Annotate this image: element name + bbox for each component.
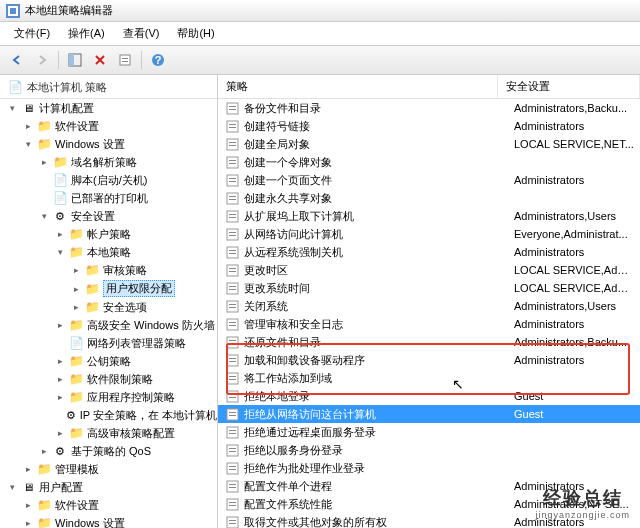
policy-row[interactable]: 拒绝以服务身份登录 <box>218 441 640 459</box>
tree-node[interactable]: ▸高级安全 Windows 防火墙 <box>0 316 217 334</box>
policy-row[interactable]: 更改时区LOCAL SERVICE,Admi... <box>218 261 640 279</box>
policy-row[interactable]: 从远程系统强制关机Administrators <box>218 243 640 261</box>
expand-icon[interactable]: ▸ <box>54 355 67 368</box>
collapse-icon[interactable]: ▾ <box>54 246 67 259</box>
policy-row[interactable]: 更改系统时间LOCAL SERVICE,Admi... <box>218 279 640 297</box>
tree-node[interactable]: ▾计算机配置 <box>0 99 217 117</box>
tree-pane[interactable]: 本地计算机 策略 ▾计算机配置▸软件设置▾Windows 设置▸域名解析策略脚本… <box>0 75 218 528</box>
tree-node[interactable]: ▾Windows 设置 <box>0 135 217 153</box>
policy-row[interactable]: 关闭系统Administrators,Users <box>218 297 640 315</box>
tree-node[interactable]: ▸域名解析策略 <box>0 153 217 171</box>
tree-node[interactable]: ▸Windows 设置 <box>0 514 217 528</box>
forward-button[interactable] <box>31 49 53 71</box>
expand-icon[interactable]: ▸ <box>54 373 67 386</box>
menu-file[interactable]: 文件(F) <box>6 24 58 43</box>
col-policy[interactable]: 策略 <box>218 75 498 98</box>
policy-row[interactable]: 加载和卸载设备驱动程序Administrators <box>218 351 640 369</box>
tree-node[interactable]: ▸基于策略的 QoS <box>0 442 217 460</box>
expand-icon[interactable]: ▸ <box>54 228 67 241</box>
tree-node[interactable]: 网络列表管理器策略 <box>0 334 217 352</box>
expand-icon[interactable]: ▸ <box>22 463 35 476</box>
collapse-icon[interactable]: ▾ <box>6 102 19 115</box>
collapse-icon[interactable]: ▾ <box>6 481 19 494</box>
expand-icon[interactable]: ▸ <box>54 319 67 332</box>
svg-rect-74 <box>229 484 236 485</box>
tree-node[interactable]: ▸审核策略 <box>0 261 217 279</box>
tree-node[interactable]: ▸软件限制策略 <box>0 370 217 388</box>
folder-icon <box>68 226 84 242</box>
security-setting: Administrators <box>514 516 640 528</box>
svg-rect-38 <box>229 268 236 269</box>
svg-rect-53 <box>229 358 236 359</box>
policy-row[interactable]: 创建永久共享对象 <box>218 189 640 207</box>
expand-icon[interactable]: ▸ <box>54 391 67 404</box>
tree-node[interactable]: ▸软件设置 <box>0 117 217 135</box>
policy-row[interactable]: 还原文件和目录Administrators,Backu... <box>218 333 640 351</box>
tree-node[interactable]: ▸高级审核策略配置 <box>0 424 217 442</box>
tree-label: 应用程序控制策略 <box>87 390 175 405</box>
policy-row[interactable]: 管理审核和安全日志Administrators <box>218 315 640 333</box>
tree-node[interactable]: 脚本(启动/关机) <box>0 171 217 189</box>
policy-row[interactable]: 创建一个页面文件Administrators <box>218 171 640 189</box>
tree-node[interactable]: ▸管理模板 <box>0 460 217 478</box>
svg-rect-12 <box>229 109 236 110</box>
title-bar: 本地组策略编辑器 <box>0 0 640 22</box>
menu-view[interactable]: 查看(V) <box>115 24 168 43</box>
policy-row[interactable]: 拒绝本地登录Guest <box>218 387 640 405</box>
tree-label: Windows 设置 <box>55 137 125 152</box>
expand-icon[interactable]: ▸ <box>70 301 83 314</box>
policy-row[interactable]: 取得文件或其他对象的所有权Administrators <box>218 513 640 528</box>
settings-icon <box>52 208 68 224</box>
policy-row[interactable]: 创建一个令牌对象 <box>218 153 640 171</box>
delete-button[interactable] <box>89 49 111 71</box>
svg-rect-55 <box>227 373 238 384</box>
policy-row[interactable]: 拒绝从网络访问这台计算机Guest <box>218 405 640 423</box>
collapse-icon[interactable]: ▾ <box>38 210 51 223</box>
policy-row[interactable]: 从网络访问此计算机Everyone,Administrat... <box>218 225 640 243</box>
expand-icon[interactable]: ▸ <box>54 427 67 440</box>
back-button[interactable] <box>6 49 28 71</box>
policy-row[interactable]: 配置文件系统性能Administrators,NT SE... <box>218 495 640 513</box>
policy-name: 拒绝以服务身份登录 <box>244 443 514 458</box>
svg-rect-36 <box>229 253 236 254</box>
policy-row[interactable]: 从扩展坞上取下计算机Administrators,Users <box>218 207 640 225</box>
tree-node[interactable]: 已部署的打印机 <box>0 189 217 207</box>
policy-row[interactable]: 拒绝作为批处理作业登录 <box>218 459 640 477</box>
tree-node[interactable]: ▸软件设置 <box>0 496 217 514</box>
policy-row[interactable]: 备份文件和目录Administrators,Backu... <box>218 99 640 117</box>
policy-row[interactable]: 将工作站添加到域 <box>218 369 640 387</box>
col-security[interactable]: 安全设置 <box>498 75 640 98</box>
collapse-icon[interactable]: ▾ <box>22 138 35 151</box>
help-button[interactable]: ? <box>147 49 169 71</box>
expand-icon[interactable]: ▸ <box>70 264 83 277</box>
expand-icon[interactable]: ▸ <box>38 445 51 458</box>
svg-rect-29 <box>229 214 236 215</box>
menu-help[interactable]: 帮助(H) <box>169 24 222 43</box>
list-pane[interactable]: 策略 安全设置 备份文件和目录Administrators,Backu...创建… <box>218 75 640 528</box>
tree-node[interactable]: ▾安全设置 <box>0 207 217 225</box>
tree-node[interactable]: IP 安全策略，在 本地计算机 <box>0 406 217 424</box>
tree-node[interactable]: ▸安全选项 <box>0 298 217 316</box>
show-hide-button[interactable] <box>64 49 86 71</box>
policy-row[interactable]: 拒绝通过远程桌面服务登录 <box>218 423 640 441</box>
expand-icon[interactable]: ▸ <box>22 499 35 512</box>
tree-header[interactable]: 本地计算机 策略 <box>0 77 217 99</box>
svg-rect-19 <box>227 157 238 168</box>
properties-button[interactable] <box>114 49 136 71</box>
tree-node[interactable]: ▾用户配置 <box>0 478 217 496</box>
tree-node[interactable]: ▸公钥策略 <box>0 352 217 370</box>
tree-label: Windows 设置 <box>55 516 125 529</box>
expand-icon[interactable]: ▸ <box>22 120 35 133</box>
policy-row[interactable]: 配置文件单个进程Administrators <box>218 477 640 495</box>
tree-node[interactable]: ▸用户权限分配 <box>0 279 217 298</box>
policy-row[interactable]: 创建符号链接Administrators <box>218 117 640 135</box>
tree-node[interactable]: ▾本地策略 <box>0 243 217 261</box>
expand-icon[interactable]: ▸ <box>70 282 83 295</box>
expand-icon[interactable]: ▸ <box>22 517 35 529</box>
svg-rect-4 <box>69 54 74 66</box>
menu-action[interactable]: 操作(A) <box>60 24 113 43</box>
expand-icon[interactable]: ▸ <box>38 156 51 169</box>
tree-node[interactable]: ▸帐户策略 <box>0 225 217 243</box>
policy-row[interactable]: 创建全局对象LOCAL SERVICE,NET... <box>218 135 640 153</box>
tree-node[interactable]: ▸应用程序控制策略 <box>0 388 217 406</box>
